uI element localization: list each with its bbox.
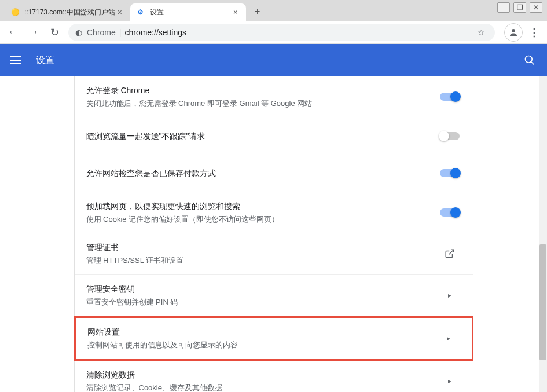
maximize-button[interactable]: ❐ xyxy=(513,2,526,13)
toggle-knob xyxy=(450,91,461,102)
svg-point-0 xyxy=(512,29,515,32)
close-tab-icon[interactable]: × xyxy=(115,8,124,17)
setting-text: 随浏览流量一起发送"不跟踪"请求 xyxy=(86,130,438,142)
setting-desc: 管理 HTTPS/SSL 证书和设置 xyxy=(86,255,438,266)
tab-title: ::17173.com::中国游戏门户站 xyxy=(24,8,115,17)
tab-title: 设置 xyxy=(150,8,231,17)
reload-button[interactable]: ↻ xyxy=(46,24,63,41)
setting-row-7[interactable]: 清除浏览数据清除浏览记录、Cookie、缓存及其他数据▸ xyxy=(75,361,473,393)
page-title: 设置 xyxy=(36,54,523,67)
setting-desc: 控制网站可使用的信息以及可向您显示的内容 xyxy=(87,339,437,351)
setting-row-0: 允许登录 Chrome关闭此功能后，您无需登录 Chrome 即可登录 Gmai… xyxy=(75,76,473,118)
setting-row-6[interactable]: 网站设置控制网站可使用的信息以及可向您显示的内容▸ xyxy=(74,316,473,361)
person-icon xyxy=(508,27,519,38)
setting-text: 清除浏览数据清除浏览记录、Cookie、缓存及其他数据 xyxy=(86,369,438,393)
address-url: chrome://settings xyxy=(124,28,474,37)
setting-title: 清除浏览数据 xyxy=(86,369,438,381)
window-controls: — ❐ ✕ xyxy=(497,2,542,13)
setting-title: 管理证书 xyxy=(86,241,438,254)
tab-settings[interactable]: ⚙ 设置 × xyxy=(130,3,246,21)
svg-line-2 xyxy=(531,62,534,65)
back-button[interactable]: ← xyxy=(5,24,21,41)
toggle-on[interactable] xyxy=(440,169,460,177)
setting-text: 管理证书管理 HTTPS/SSL 证书和设置 xyxy=(86,241,438,266)
toggle-on[interactable] xyxy=(440,208,460,217)
forward-button[interactable]: → xyxy=(25,24,42,41)
chevron-right-icon[interactable]: ▸ xyxy=(438,291,461,299)
browser-toolbar: ← → ↻ ◐ Chrome | chrome://settings ☆ ⋮ xyxy=(0,21,547,44)
toggle-on[interactable] xyxy=(440,93,460,101)
setting-row-2: 允许网站检查您是否已保存付款方式 xyxy=(75,155,473,192)
setting-desc: 使用 Cookie 记住您的偏好设置（即使您不访问这些网页） xyxy=(86,214,438,225)
setting-row-5[interactable]: 管理安全密钥重置安全密钥并创建 PIN 码▸ xyxy=(75,275,473,317)
setting-text: 预加载网页，以便实现更快速的浏览和搜索使用 Cookie 记住您的偏好设置（即使… xyxy=(86,200,438,225)
chevron-right-icon[interactable]: ▸ xyxy=(438,377,461,385)
setting-title: 允许登录 Chrome xyxy=(86,85,438,97)
minimize-button[interactable]: — xyxy=(497,2,510,13)
setting-title: 网站设置 xyxy=(87,326,437,338)
toggle-switch[interactable] xyxy=(438,169,461,177)
setting-title: 随浏览流量一起发送"不跟踪"请求 xyxy=(86,130,438,142)
close-tab-icon[interactable]: × xyxy=(231,8,240,17)
settings-content: 允许登录 Chrome关闭此功能后，您无需登录 Chrome 即可登录 Gmai… xyxy=(0,76,547,392)
chrome-icon: ◐ xyxy=(75,28,82,37)
scrollbar[interactable] xyxy=(539,76,547,392)
setting-desc: 重置安全密钥并创建 PIN 码 xyxy=(86,296,438,308)
search-icon[interactable] xyxy=(523,53,537,67)
profile-button[interactable] xyxy=(504,23,523,42)
favicon-icon: 🟡 xyxy=(10,8,20,17)
toggle-switch[interactable] xyxy=(438,208,461,217)
setting-row-4[interactable]: 管理证书管理 HTTPS/SSL 证书和设置 xyxy=(75,233,473,275)
privacy-settings-card: 允许登录 Chrome关闭此功能后，您无需登录 Chrome 即可登录 Gmai… xyxy=(74,76,473,392)
separator: | xyxy=(119,28,122,37)
setting-text: 网站设置控制网站可使用的信息以及可向您显示的内容 xyxy=(87,326,437,351)
setting-title: 管理安全密钥 xyxy=(86,283,438,295)
hamburger-menu-icon[interactable] xyxy=(10,53,24,67)
kebab-menu-button[interactable]: ⋮ xyxy=(526,26,542,39)
setting-desc: 关闭此功能后，您无需登录 Chrome 即可登录 Gmail 等 Google … xyxy=(86,98,438,109)
setting-desc: 清除浏览记录、Cookie、缓存及其他数据 xyxy=(86,382,438,393)
svg-point-1 xyxy=(526,56,533,63)
scrollbar-thumb[interactable] xyxy=(539,244,546,360)
setting-title: 预加载网页，以便实现更快速的浏览和搜索 xyxy=(86,200,438,213)
toggle-switch[interactable] xyxy=(438,132,461,140)
setting-title: 允许网站检查您是否已保存付款方式 xyxy=(86,167,438,179)
close-window-button[interactable]: ✕ xyxy=(530,2,542,13)
bookmark-star-icon[interactable]: ☆ xyxy=(474,28,488,37)
setting-text: 管理安全密钥重置安全密钥并创建 PIN 码 xyxy=(86,283,438,308)
nav-buttons: ← → ↻ xyxy=(5,24,63,41)
setting-row-1: 随浏览流量一起发送"不跟踪"请求 xyxy=(75,118,473,155)
toggle-switch[interactable] xyxy=(438,93,461,101)
toggle-knob xyxy=(450,168,461,178)
gear-icon: ⚙ xyxy=(136,8,145,17)
svg-line-3 xyxy=(449,250,453,255)
address-prefix: Chrome xyxy=(87,28,116,37)
setting-text: 允许网站检查您是否已保存付款方式 xyxy=(86,167,438,179)
tab-17173[interactable]: 🟡 ::17173.com::中国游戏门户站 × xyxy=(5,3,130,21)
address-bar[interactable]: ◐ Chrome | chrome://settings ☆ xyxy=(68,24,495,41)
new-tab-button[interactable]: + xyxy=(249,3,266,20)
settings-header: 设置 xyxy=(0,44,547,76)
toggle-knob xyxy=(439,131,449,141)
toggle-off[interactable] xyxy=(440,132,460,140)
tab-strip: 🟡 ::17173.com::中国游戏门户站 × ⚙ 设置 × + xyxy=(0,0,547,21)
chevron-right-icon[interactable]: ▸ xyxy=(437,334,460,342)
toggle-knob xyxy=(450,207,461,218)
external-link-icon[interactable] xyxy=(438,248,461,259)
setting-row-3: 预加载网页，以便实现更快速的浏览和搜索使用 Cookie 记住您的偏好设置（即使… xyxy=(75,192,473,234)
setting-text: 允许登录 Chrome关闭此功能后，您无需登录 Chrome 即可登录 Gmai… xyxy=(86,85,438,109)
